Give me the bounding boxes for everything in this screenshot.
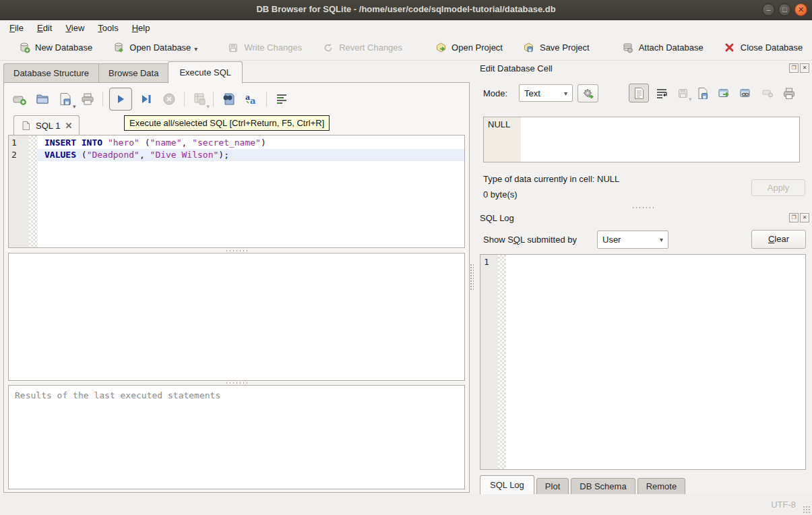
sql-document-tab-close-icon[interactable]: ✕: [65, 121, 72, 131]
code-text: INSERT INTO "hero" ("name", "secret_name…: [38, 137, 464, 149]
dock-float-icon[interactable]: ❐: [789, 63, 799, 73]
tab-remote[interactable]: Remote: [637, 478, 686, 495]
save-sql-dropdown-caret[interactable]: ▾: [73, 103, 76, 112]
write-changes-label: Write Changes: [244, 42, 302, 53]
sql-editor-lines: 1INSERT INTO "hero" ("name", "secret_nam…: [9, 137, 464, 161]
tab-plot[interactable]: Plot: [536, 478, 569, 495]
export-cell-data-button[interactable]: [694, 84, 712, 102]
save-project-button[interactable]: Save Project: [517, 38, 596, 58]
dock-close-icon[interactable]: ✕: [800, 213, 809, 222]
apply-mode-button[interactable]: [577, 84, 598, 102]
chevron-down-icon: ▾: [660, 236, 663, 243]
open-database-icon: [113, 42, 125, 54]
toggle-block-comment-button[interactable]: [273, 90, 290, 108]
clear-log-button[interactable]: Clear: [751, 230, 806, 249]
execute-line-button[interactable]: [137, 90, 155, 108]
write-changes-icon: [227, 42, 239, 54]
line-number: 1: [9, 137, 29, 149]
revert-changes-icon: [322, 42, 334, 54]
menu-bar: File Edit View Tools Help: [0, 20, 812, 35]
attach-database-button[interactable]: Attach Database: [616, 38, 710, 58]
open-database-dropdown-caret[interactable]: ▾: [194, 45, 197, 54]
minimize-button[interactable]: –: [762, 3, 775, 16]
print-sql-button[interactable]: [79, 90, 96, 108]
apply-mode-icon: [582, 88, 594, 100]
dock-float-icon[interactable]: ❐: [789, 213, 799, 222]
sql-editor[interactable]: 1INSERT INTO "hero" ("name", "secret_nam…: [8, 135, 465, 248]
new-sql-tab-button[interactable]: [11, 90, 28, 108]
tab-sql-log[interactable]: SQL Log: [480, 475, 534, 495]
sql-log-area[interactable]: 1: [480, 254, 806, 470]
new-database-button[interactable]: New Database: [12, 38, 98, 58]
log-fold-margin: [498, 255, 506, 469]
auto-format-icon: aa: [244, 92, 259, 107]
tab-execute-sql[interactable]: Execute SQL: [168, 61, 243, 84]
edit-cell-toolbar: ▾: [627, 84, 800, 102]
main-toolbar: New Database Open Database ▾ Write Chang…: [0, 35, 812, 61]
open-database-button[interactable]: Open Database ▾: [106, 38, 204, 58]
close-database-button[interactable]: Close Database: [718, 38, 809, 58]
encoding-indicator: UTF-8: [771, 499, 796, 510]
window-title: DB Browser for SQLite - /home/user/code/…: [0, 4, 812, 14]
cell-size-info: 0 byte(s): [483, 189, 518, 200]
export-data-icon: [697, 87, 709, 100]
set-null-icon: [761, 88, 774, 98]
close-button[interactable]: ✕: [794, 3, 807, 16]
tab-database-structure[interactable]: Database Structure: [3, 63, 98, 83]
sql-document-tab-label: SQL 1: [36, 121, 60, 131]
sql-log-filter-select[interactable]: User ▾: [597, 231, 668, 249]
line-number: 2: [9, 149, 29, 161]
toolbar-separator: [102, 92, 103, 107]
word-wrap-button[interactable]: [653, 84, 670, 102]
find-replace-button[interactable]: [220, 90, 237, 108]
tab-db-schema[interactable]: DB Schema: [571, 478, 635, 495]
execute-all-button[interactable]: [109, 88, 132, 111]
open-sql-file-button[interactable]: [34, 90, 51, 108]
menu-view[interactable]: View: [59, 22, 91, 34]
edit-cell-dock-title: Edit Database Cell: [480, 63, 553, 73]
save-sql-file-button[interactable]: [57, 90, 74, 108]
menu-edit[interactable]: Edit: [30, 22, 59, 34]
dock-splitter[interactable]: [474, 206, 812, 210]
mode-label: Mode:: [483, 88, 507, 98]
open-project-icon: [435, 42, 447, 54]
chevron-down-icon: ▾: [564, 90, 567, 97]
results-grid-panel[interactable]: [8, 253, 465, 381]
close-database-label: Close Database: [741, 42, 803, 53]
text-mode-button[interactable]: [629, 84, 649, 102]
menu-file[interactable]: File: [3, 22, 30, 34]
log-line-number-gutter: [480, 255, 498, 469]
toolbar-separator: [184, 92, 185, 107]
title-bar: DB Browser for SQLite - /home/user/code/…: [0, 0, 812, 20]
menu-tools[interactable]: Tools: [91, 22, 125, 34]
results-messages-panel[interactable]: Results of the last executed statements: [8, 385, 465, 489]
cell-editor-gutter: NULL: [484, 117, 521, 162]
menu-help[interactable]: Help: [125, 22, 157, 34]
results-placeholder-text: Results of the last executed statements: [9, 386, 464, 405]
sql-document-tab[interactable]: SQL 1 ✕: [13, 115, 80, 135]
revert-changes-button: Revert Changes: [316, 38, 408, 58]
open-in-external-button[interactable]: [716, 84, 733, 102]
toolbar-separator: [266, 92, 267, 107]
print-cell-button[interactable]: [780, 84, 798, 102]
new-database-label: New Database: [35, 42, 92, 53]
auto-format-button[interactable]: aa: [243, 90, 260, 108]
fold-margin-cell: [29, 149, 38, 161]
open-project-button[interactable]: Open Project: [429, 38, 509, 58]
cell-type-info: Type of data currently in cell: NULL: [483, 174, 619, 184]
dock-close-icon[interactable]: ✕: [800, 63, 809, 73]
save-sql-file-icon: [58, 92, 73, 107]
cell-mode-select[interactable]: Text ▾: [519, 84, 573, 102]
bottom-tab-bar: SQL Log Plot DB Schema Remote: [480, 476, 687, 495]
tab-browse-data[interactable]: Browse Data: [98, 63, 168, 83]
editor-line[interactable]: 1INSERT INTO "hero" ("name", "secret_nam…: [9, 137, 464, 149]
svg-text:a: a: [250, 96, 256, 106]
maximize-button[interactable]: □: [778, 3, 791, 16]
edit-cell-dock-buttons: ❐ ✕: [789, 63, 809, 73]
resize-grip[interactable]: [803, 506, 811, 514]
cell-editor[interactable]: NULL: [483, 117, 800, 162]
stop-execution-button: [160, 90, 178, 108]
set-link-button[interactable]: [737, 84, 755, 102]
editor-line[interactable]: 2VALUES ("Deadpond", "Dive Wilson");: [9, 149, 464, 161]
window-controls: – □ ✕: [762, 3, 807, 16]
